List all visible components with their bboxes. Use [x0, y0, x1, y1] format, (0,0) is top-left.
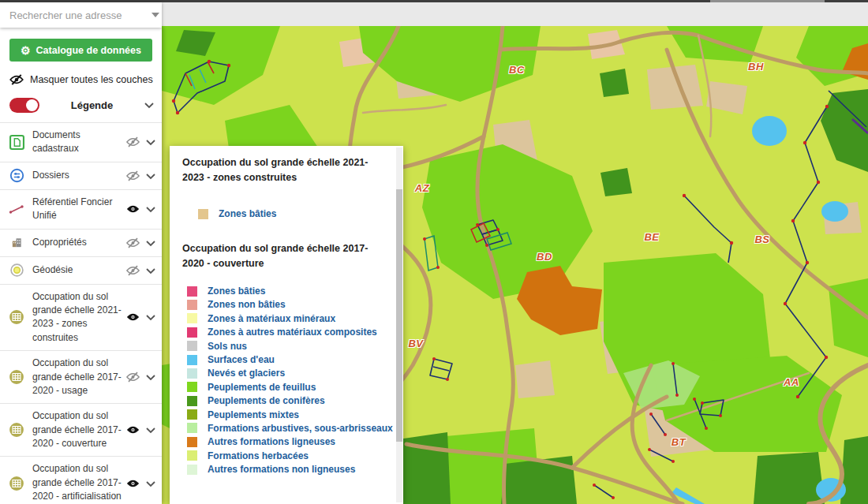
legend-scrollbar-thumb[interactable]	[396, 189, 402, 442]
eye-hidden-icon[interactable]	[124, 265, 141, 276]
legend-item: Formations herbacées	[182, 449, 383, 462]
legend-color-swatch	[187, 409, 197, 420]
legend-item: Zones non bâties	[182, 298, 383, 312]
legend-item-label: Sols nus	[208, 341, 247, 352]
cadastre-icon	[8, 134, 25, 150]
legend-item-label: Nevés et glaciers	[208, 368, 285, 379]
eye-hidden-icon[interactable]	[124, 136, 141, 147]
sidebar-layer-row[interactable]: Occupation du sol grande échelle 2017-20…	[0, 350, 162, 403]
eye-hidden-icon[interactable]	[124, 237, 141, 248]
chevron-down-icon[interactable]	[146, 263, 155, 278]
layer-label: Occupation du sol grande échelle 2017-20…	[32, 357, 124, 398]
legend-panel: Occupation du sol grande échelle 2021-20…	[170, 146, 403, 504]
legend-color-swatch	[187, 368, 197, 379]
legend-item-label: Zones à autres matériaux composites	[208, 327, 377, 338]
sidebar-layer-row[interactable]: Géodésie	[0, 256, 162, 284]
legend-item-label: Zones à matériaux minéraux	[208, 313, 335, 324]
chevron-down-icon[interactable]	[146, 202, 155, 216]
legend-item: Zones à matériaux minéraux	[182, 312, 383, 325]
legend-section-title: Occupation du sol grande échelle 2017-20…	[182, 241, 383, 271]
layer-list: Documents cadastrauxDossiersRéférentiel …	[0, 122, 162, 504]
legend-item-label: Formations herbacées	[208, 450, 309, 461]
layer-label: Copropriétés	[32, 236, 124, 249]
legend-color-swatch	[187, 396, 197, 406]
legend-color-swatch	[187, 465, 197, 475]
legend-color-swatch	[187, 313, 197, 323]
geodesy-target-icon	[8, 263, 25, 278]
legend-item: Surfaces d'eau	[182, 353, 383, 366]
legend-item-list: Zones bâtiesZones non bâtiesZones à maté…	[182, 284, 383, 476]
hide-all-layers-button[interactable]: Masquer toutes les couches	[0, 62, 162, 90]
chevron-down-icon[interactable]	[144, 103, 154, 109]
landcover-grid-icon	[8, 422, 25, 438]
data-catalogue-button[interactable]: ⚙ Catalogue de données	[9, 39, 152, 62]
eye-off-icon	[9, 74, 24, 85]
legend-color-swatch	[187, 382, 197, 392]
legend-toggle-switch[interactable]	[9, 98, 39, 113]
dossiers-icon	[8, 168, 25, 184]
legend-item-label: Surfaces d'eau	[208, 354, 275, 365]
cadastral-section-label: BV	[408, 338, 423, 349]
chevron-down-icon[interactable]	[146, 135, 155, 149]
chevron-down-icon[interactable]	[146, 310, 155, 324]
legend-color-swatch	[187, 355, 197, 365]
landcover-grid-icon	[8, 369, 25, 385]
legend-color-swatch	[187, 327, 197, 338]
sidebar-layer-row[interactable]: Référentiel Foncier Unifié	[0, 189, 162, 229]
legend-item-label: Peuplements de feuillus	[208, 382, 316, 393]
legend-item-label: Peuplements de conifères	[208, 395, 325, 406]
cadastral-section-label: AA	[784, 376, 799, 388]
search-input[interactable]	[0, 9, 152, 21]
sidebar-layer-row[interactable]: Occupation du sol grande échelle 2017-20…	[0, 403, 162, 456]
layer-label: Référentiel Foncier Unifié	[32, 196, 124, 223]
layer-label: Occupation du sol grande échelle 2017-20…	[32, 409, 124, 450]
sidebar-layer-row[interactable]: Dossiers	[0, 162, 162, 189]
legend-item-label: Zones bâties	[219, 208, 276, 219]
chevron-down-icon[interactable]	[146, 370, 155, 384]
chevron-down-icon[interactable]	[146, 423, 155, 437]
eye-visible-icon[interactable]	[124, 312, 141, 322]
eye-hidden-icon[interactable]	[124, 371, 141, 383]
cadastral-section-label: BE	[644, 231, 659, 243]
legend-color-swatch	[187, 423, 197, 433]
legend-item-label: Peuplements mixtes	[208, 409, 299, 420]
legend-item-label: Zones non bâties	[208, 299, 286, 310]
catalogue-button-label: Catalogue de données	[36, 45, 141, 56]
legend-item: Nevés et glaciers	[182, 367, 383, 380]
legend-item: Autres formations ligneuses	[182, 435, 383, 449]
layer-label: Documents cadastraux	[32, 129, 124, 156]
legend-item: Peuplements de conifères	[182, 394, 383, 408]
building-icon	[8, 235, 25, 251]
legend-item-label: Zones bâties	[208, 286, 265, 297]
eye-hidden-icon[interactable]	[124, 170, 141, 181]
layer-label: Géodésie	[32, 263, 124, 277]
sidebar-layer-row[interactable]: Copropriétés	[0, 229, 162, 256]
chevron-down-icon[interactable]	[146, 236, 155, 250]
legend-item: Formations arbustives, sous-arbrisseaux	[182, 421, 383, 435]
eye-visible-icon[interactable]	[124, 425, 141, 435]
legend-item: Autres formations non ligneuses	[182, 462, 383, 476]
legend-item: Sols nus	[182, 339, 383, 353]
search-dropdown-caret-icon[interactable]	[152, 13, 159, 17]
legend-color-swatch	[187, 341, 197, 351]
legend-item: Peuplements de feuillus	[182, 380, 383, 394]
eye-visible-icon[interactable]	[124, 204, 141, 214]
legend-content: Occupation du sol grande échelle 2021-20…	[170, 146, 403, 504]
cadastral-section-label: BC	[509, 64, 525, 76]
legend-color-swatch	[187, 300, 197, 310]
chevron-down-icon[interactable]	[146, 476, 155, 491]
chevron-down-icon[interactable]	[146, 169, 155, 183]
legend-toggle-row[interactable]: Légende	[0, 90, 162, 122]
eye-visible-icon[interactable]	[124, 479, 141, 488]
legend-item-label: Autres formations ligneuses	[208, 436, 335, 447]
sidebar-layer-row[interactable]: Occupation du sol grande échelle 2017-20…	[0, 456, 162, 504]
address-search-box[interactable]	[0, 2, 162, 28]
legend-color-swatch	[187, 437, 197, 447]
sidebar-layer-row[interactable]: Documents cadastraux	[0, 122, 162, 162]
legend-color-swatch	[187, 286, 197, 297]
sidebar-layer-row[interactable]: Occupation du sol grande échelle 2021-20…	[0, 284, 162, 351]
cadastral-section-label: BS	[754, 233, 769, 245]
landcover-grid-icon	[8, 476, 25, 491]
layer-label: Occupation du sol grande échelle 2017-20…	[32, 462, 124, 503]
top-scrollbar-thumb[interactable]	[710, 0, 825, 2]
